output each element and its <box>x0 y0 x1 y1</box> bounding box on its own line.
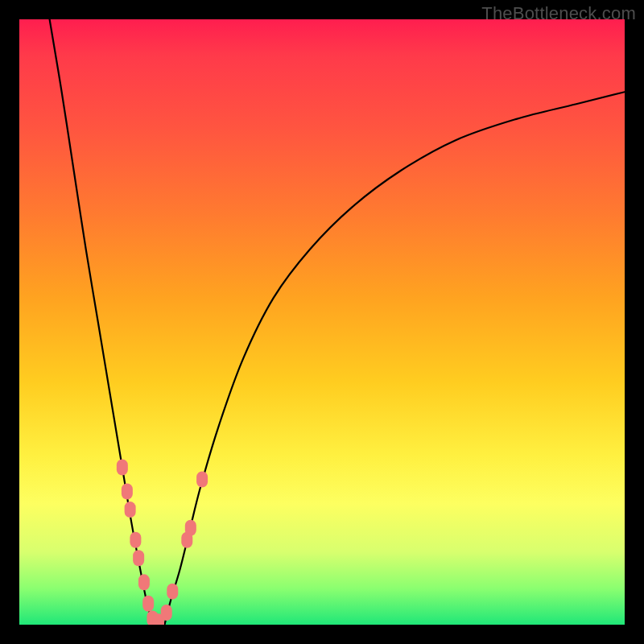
watermark-text: TheBottleneck.com <box>481 3 636 24</box>
marker-point <box>125 502 136 518</box>
marker-point <box>185 520 196 536</box>
marker-point <box>167 584 178 600</box>
chart-frame: TheBottleneck.com <box>0 0 644 644</box>
marker-point <box>138 574 150 590</box>
marker-point <box>117 459 128 475</box>
plot-area <box>19 19 625 625</box>
marker-point <box>196 472 208 488</box>
marker-point <box>133 550 144 566</box>
right-branch-curve <box>164 92 625 625</box>
marker-point <box>142 596 154 612</box>
marker-point <box>161 605 172 621</box>
marker-group <box>117 459 208 625</box>
marker-point <box>122 484 133 500</box>
curve-layer <box>19 19 625 625</box>
marker-point <box>130 532 141 548</box>
